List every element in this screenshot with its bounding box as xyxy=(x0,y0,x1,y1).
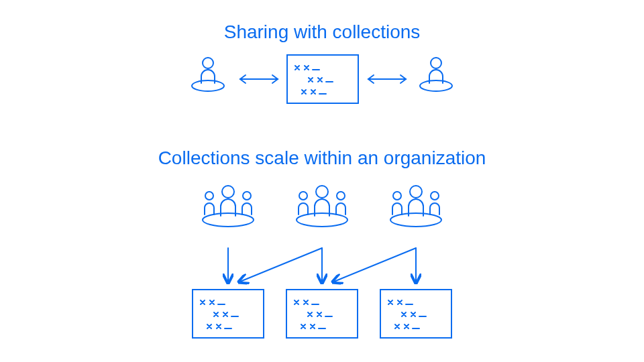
svg-rect-35 xyxy=(380,290,451,338)
svg-rect-31 xyxy=(286,290,358,338)
svg-point-18 xyxy=(393,192,401,200)
svg-point-9 xyxy=(420,80,452,91)
svg-point-11 xyxy=(222,186,234,198)
svg-point-17 xyxy=(297,213,347,227)
svg-point-1 xyxy=(192,80,224,91)
person-icon xyxy=(188,54,228,101)
bidirectional-arrow-icon xyxy=(364,72,410,86)
svg-rect-3 xyxy=(287,55,358,103)
collection-icon xyxy=(286,54,360,105)
svg-point-19 xyxy=(410,186,422,198)
svg-point-13 xyxy=(203,213,254,227)
diagram-root: Sharing with collections xyxy=(0,0,644,362)
svg-point-14 xyxy=(299,192,307,200)
svg-rect-27 xyxy=(193,290,264,338)
section1-title: Sharing with collections xyxy=(0,21,644,43)
svg-point-15 xyxy=(316,186,328,198)
team-icon xyxy=(195,181,262,239)
team-icon xyxy=(382,181,449,239)
collection-icon xyxy=(285,288,359,339)
distribution-arrows-icon xyxy=(181,241,463,295)
collection-icon xyxy=(191,288,265,339)
section2-title: Collections scale within an organization xyxy=(0,147,644,169)
svg-point-12 xyxy=(243,192,251,200)
team-icon xyxy=(288,181,356,239)
svg-line-23 xyxy=(240,248,322,282)
svg-point-21 xyxy=(390,213,441,227)
svg-point-20 xyxy=(431,192,439,200)
collection-icon xyxy=(379,288,453,339)
svg-line-25 xyxy=(334,248,416,282)
svg-point-10 xyxy=(205,192,213,200)
svg-point-0 xyxy=(203,58,213,68)
svg-point-16 xyxy=(337,192,345,200)
bidirectional-arrow-icon xyxy=(236,72,282,86)
person-icon xyxy=(416,54,456,101)
svg-point-8 xyxy=(431,58,441,68)
